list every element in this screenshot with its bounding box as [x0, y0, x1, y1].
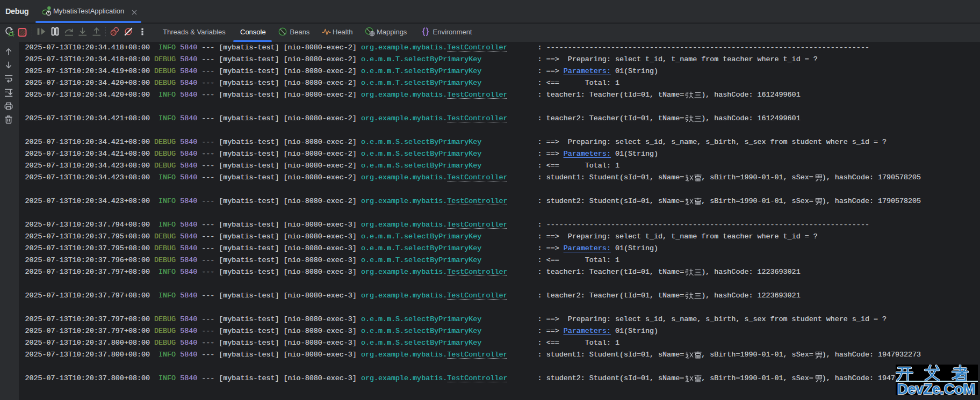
- svg-text:DevZe.CoM: DevZe.CoM: [897, 381, 975, 396]
